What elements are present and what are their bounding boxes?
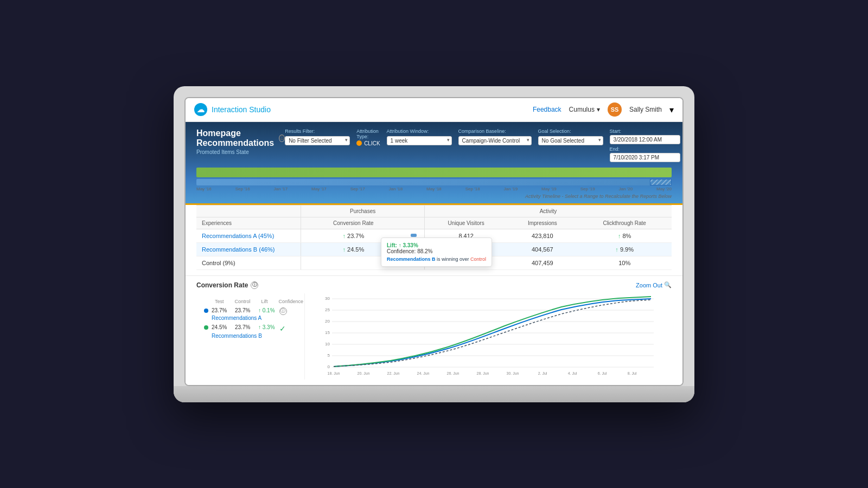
- timeline-label-4: Sep '17: [350, 187, 365, 191]
- timeline-label-12: May '20: [656, 187, 672, 191]
- col-group-purchases: Purchases: [301, 205, 425, 217]
- svg-text:24. Jun: 24. Jun: [417, 371, 430, 375]
- legend-control-b: 23.7%: [235, 324, 254, 333]
- attribution-type-value: CLICK: [364, 140, 380, 146]
- zoom-out-button[interactable]: Zoom Out 🔍: [636, 281, 672, 288]
- svg-text:28. Jun: 28. Jun: [477, 371, 489, 375]
- timeline-label-11: Jan '20: [619, 187, 633, 191]
- tooltip-confidence: Confidence: 88.2%: [387, 248, 486, 254]
- results-filter-label: Results Filter:: [285, 129, 350, 134]
- goal-selection-select-wrapper: No Goal Selected: [538, 135, 603, 145]
- nav-left: ☁ Interaction Studio: [194, 103, 271, 116]
- attribution-window-select[interactable]: 1 week: [387, 136, 452, 145]
- chart-legend: Test Control Lift Confidence 23.7%: [196, 293, 305, 380]
- comparison-baseline-select[interactable]: Campaign-Wide Control: [458, 136, 532, 145]
- timeline-label-0: May '16: [196, 187, 212, 191]
- up-arrow-b: ↑: [342, 246, 346, 253]
- up-arrow-a: ↑: [342, 233, 346, 239]
- laptop-base: [174, 386, 694, 402]
- clickthrough-a: ↑ 8%: [577, 229, 672, 242]
- legend-lift-a: ↑ 0.1%: [258, 307, 275, 315]
- end-date-label: End:: [610, 146, 682, 152]
- svg-text:8. Jul: 8. Jul: [628, 371, 637, 375]
- conversion-bar-a: [411, 234, 416, 237]
- impressions-control: 407,459: [507, 256, 577, 269]
- cumulus-dropdown[interactable]: Cumulus ▾: [569, 106, 600, 113]
- data-section: Purchases Activity Experiences Conversio…: [186, 205, 682, 275]
- end-date-group: End: 📅 ✕: [610, 146, 682, 162]
- attribution-window-group: Attribution Window: 1 week: [387, 129, 452, 145]
- chart-area: 30 25 20 15 10 5 0: [305, 293, 672, 380]
- chart-info-icon[interactable]: ⓘ: [251, 281, 258, 289]
- legend-header-test: Test: [215, 299, 224, 304]
- svg-text:22. Jun: 22. Jun: [387, 371, 400, 375]
- tooltip-lift: Lift: ↑ 3.33%: [387, 242, 486, 248]
- svg-text:30: 30: [325, 296, 330, 301]
- timeline-labels: May '16 Sep '16 Jan '17 May '17 Sep '17 …: [196, 185, 672, 192]
- activity-note: Activity Timeline - Select a Range to Re…: [196, 192, 672, 201]
- col-header-conversion-bar: [405, 217, 424, 229]
- goal-selection-select[interactable]: No Goal Selected: [538, 136, 603, 145]
- tooltip-overlay: Lift: ↑ 3.33% Confidence: 88.2% Recommen…: [381, 237, 492, 267]
- confidence-icon-a[interactable]: ⓘ: [279, 307, 287, 315]
- experience-name-control: Control (9%): [196, 256, 301, 269]
- zoom-icon: 🔍: [664, 281, 672, 288]
- legend-item-a: 23.7% 23.7% ↑ 0.1% ⓘ Recommendations A: [204, 307, 297, 321]
- calendar-icon-start[interactable]: 📅: [682, 136, 682, 143]
- up-arrow-clickthrough-a: ↑: [618, 233, 621, 239]
- legend-test-a: 23.7%: [212, 307, 231, 315]
- feedback-link[interactable]: Feedback: [533, 106, 561, 113]
- legend-values-b: 24.5% 23.7% ↑ 3.3% ✓ Recommendations B: [212, 324, 286, 339]
- svg-text:5: 5: [328, 353, 330, 358]
- start-date-input[interactable]: [610, 135, 680, 144]
- timeline-label-5: Jan '18: [389, 187, 403, 191]
- legend-values-row-a: 23.7% 23.7% ↑ 0.1% ⓘ: [212, 307, 287, 315]
- results-filter-select[interactable]: No Filter Selected: [285, 136, 350, 145]
- campaign-title-section: Homepage Recommendations ⓘ Promoted Item…: [196, 129, 285, 155]
- col-header-impressions: Impressions: [507, 217, 577, 229]
- experience-name-b: Recommendations B (46%): [196, 242, 301, 256]
- experience-link-a[interactable]: Recommendations A (45%): [202, 233, 274, 239]
- top-nav: ☁ Interaction Studio Feedback Cumulus ▾ …: [186, 98, 682, 122]
- impressions-a: 423,810: [507, 229, 577, 242]
- chart-header: Conversion Rate ⓘ Zoom Out 🔍: [196, 281, 672, 289]
- end-date-input[interactable]: [610, 153, 680, 162]
- col-header-experiences: Experiences: [196, 217, 301, 229]
- timeline-scrubber[interactable]: [650, 179, 672, 185]
- legend-name-b[interactable]: Recommendations B: [212, 333, 286, 339]
- legend-header-control: Control: [235, 299, 251, 304]
- legend-test-b: 24.5%: [212, 324, 231, 333]
- timeline-label-9: May '19: [541, 187, 557, 191]
- user-avatar: SS: [608, 102, 622, 117]
- legend-dot-a: [204, 309, 208, 313]
- timeline-blue-bar[interactable]: [196, 179, 672, 185]
- start-date-label: Start:: [610, 129, 682, 134]
- campaign-title: Homepage Recommendations: [196, 129, 276, 148]
- user-name: Sally Smith: [629, 106, 662, 113]
- campaign-subtitle: Promoted Items State: [196, 149, 285, 155]
- legend-item-b: 24.5% 23.7% ↑ 3.3% ✓ Recommendations B: [204, 324, 297, 339]
- campaign-header: Homepage Recommendations ⓘ Promoted Item…: [186, 122, 682, 205]
- calendar-icon-end[interactable]: 📅: [682, 154, 682, 161]
- campaign-info-icon[interactable]: ⓘ: [279, 134, 285, 142]
- goal-selection-group: Goal Selection: No Goal Selected: [538, 129, 603, 145]
- chart-section: Conversion Rate ⓘ Zoom Out 🔍 Test Contro…: [186, 275, 682, 385]
- timeline-label-8: Jan '19: [504, 187, 518, 191]
- impressions-b: 404,567: [507, 242, 577, 256]
- results-filter-group: Results Filter: No Filter Selected: [285, 129, 350, 145]
- svg-text:20: 20: [325, 319, 330, 324]
- svg-text:20. Jun: 20. Jun: [358, 371, 370, 375]
- legend-header-lift: Lift: [261, 299, 268, 304]
- results-filter-select-wrapper: No Filter Selected: [285, 135, 350, 145]
- col-group-experiences: [196, 205, 301, 217]
- svg-text:10: 10: [325, 342, 330, 346]
- svg-text:15: 15: [325, 330, 330, 335]
- goal-selection-label: Goal Selection:: [538, 129, 603, 134]
- experience-link-b[interactable]: Recommendations B (46%): [202, 246, 275, 253]
- nav-right: Feedback Cumulus ▾ SS Sally Smith ▾: [533, 102, 674, 117]
- legend-name-a[interactable]: Recommendations A: [212, 315, 287, 321]
- start-date-wrapper: 📅 ✕: [610, 135, 682, 144]
- timeline-label-2: Jan '17: [274, 187, 288, 191]
- legend-row-a: 23.7% 23.7% ↑ 0.1% ⓘ Recommendations A: [204, 307, 297, 321]
- comparison-baseline-label: Comparison Baseline:: [458, 129, 532, 134]
